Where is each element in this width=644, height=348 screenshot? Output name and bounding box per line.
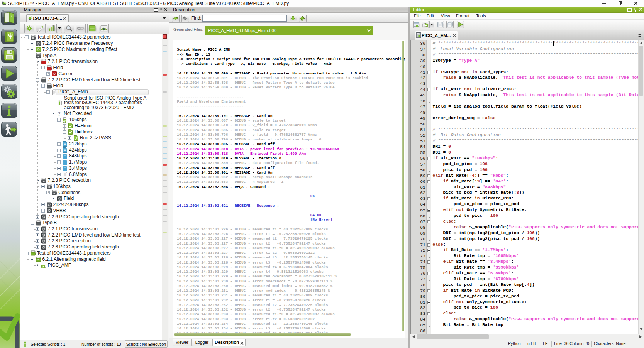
- svg-text:?: ?: [58, 111, 61, 117]
